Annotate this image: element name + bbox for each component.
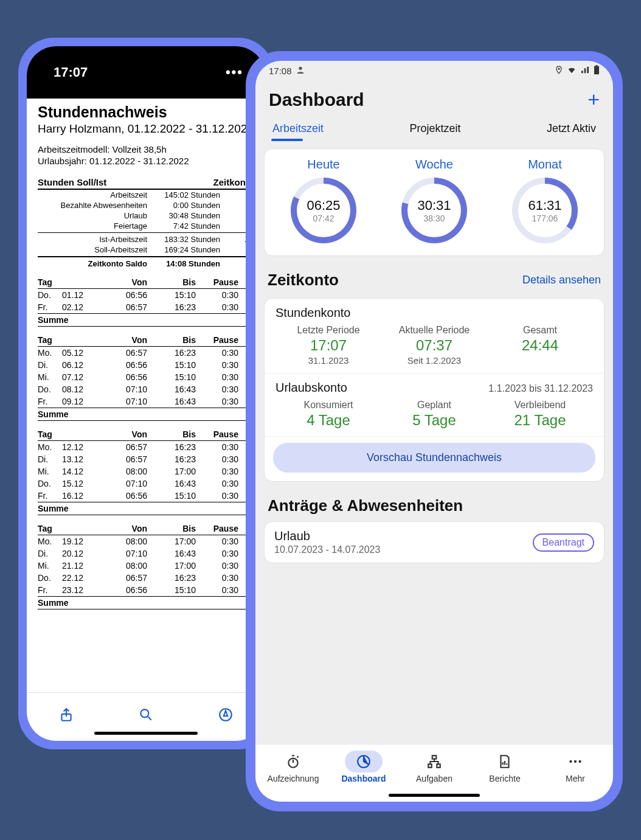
phone-ios: 17:07 ••• Stundennachweis Harry Holzmann… (18, 38, 274, 749)
summary-row: Feiertage7:42 Stunden (38, 221, 254, 231)
urlaubskonto-section: Urlaubskonto 1.1.2023 bis 31.12.2023 Kon… (265, 373, 604, 437)
report-subtitle: Harry Holzmann, 01.12.2022 - 31.12.2022 (38, 122, 254, 136)
week-header: TagVonBisPause (38, 276, 254, 289)
details-link[interactable]: Details ansehen (522, 274, 601, 286)
summary-soll: Soll-Arbeitszeit 169:24 Stunden (38, 245, 254, 255)
time-row: Do.15.1207:1016:430:30 (38, 477, 254, 490)
summary-row: Urlaub30:48 Stunden (38, 210, 254, 221)
svg-rect-11 (437, 764, 440, 767)
app-header: Dashboard + (255, 80, 613, 116)
nav-mehr[interactable]: Mehr (540, 751, 611, 783)
nav-aufgaben[interactable]: Aufgaben (399, 751, 469, 783)
svg-point-12 (569, 760, 572, 763)
gauge-heute[interactable]: Heute06:2507:42 (291, 158, 356, 243)
top-tabs: Arbeitszeit Projektzeit Jetzt Aktiv (255, 116, 613, 142)
battery-icon (594, 65, 600, 77)
page-title: Dashboard (269, 89, 364, 110)
preview-button[interactable]: Vorschau Stundennachweis (273, 443, 595, 473)
ios-ellipsis-icon: ••• (226, 64, 243, 80)
request-item[interactable]: Urlaub 10.07.2023 - 14.07.2023 Beantragt (264, 521, 605, 563)
search-icon[interactable] (138, 707, 154, 727)
request-status-badge: Beantragt (533, 533, 594, 552)
week-header: TagVonBisPause (38, 334, 254, 347)
section-soll-ist: Stunden Soll/Ist (38, 177, 106, 187)
requests-header: Anträge & Abwesenheiten (255, 488, 613, 518)
week-sum: Summe (38, 502, 254, 515)
report-section-header: Stunden Soll/Ist Zeitkonto (38, 177, 254, 190)
urlaub-col: Konsumiert4 Tage (275, 400, 381, 429)
tab-arbeitszeit[interactable]: Arbeitszeit (271, 116, 325, 142)
stunden-col: Letzte Periode17:0731.1.2023 (275, 325, 381, 366)
phone-ios-screen: 17:07 ••• Stundennachweis Harry Holzmann… (27, 46, 265, 741)
ios-status-bar: 17:07 ••• (27, 46, 265, 99)
phone-android: 17:08 Dashboard + Arbeitszeit Projektzei… (246, 51, 623, 811)
time-row: Fr.23.1206:5615:100:30 (38, 584, 254, 596)
urlaub-col: Verbleibend21 Tage (487, 400, 593, 429)
markup-icon[interactable] (218, 707, 234, 727)
zeitkonto-title: Zeitkonto (268, 271, 339, 290)
tab-projektzeit[interactable]: Projektzeit (408, 116, 462, 142)
tab-jetzt-aktiv[interactable]: Jetzt Aktiv (546, 116, 597, 142)
time-row: Mi.14.1208:0017:000:30 (38, 465, 254, 477)
phone-android-screen: 17:08 Dashboard + Arbeitszeit Projektzei… (255, 61, 613, 802)
urlaubskonto-title: Urlaubskonto (275, 381, 347, 395)
urlaub-col: Geplant5 Tage (381, 400, 487, 429)
urlaubskonto-period: 1.1.2023 bis 31.12.2023 (488, 383, 593, 394)
time-row: Mo.12.1206:5716:230:30 (38, 441, 254, 453)
wifi-icon (567, 65, 577, 77)
week-header: TagVonBisPause (38, 428, 254, 441)
summary-saldo: Zeitkonto Saldo 14:08 Stunden (38, 259, 254, 269)
time-row: Mi.21.1208:0017:000:30 (38, 560, 254, 572)
time-row: Do.08.1207:1016:430:30 (38, 383, 254, 395)
svg-point-1 (140, 709, 148, 717)
stunden-col: Aktuelle Periode07:37Seit 1.2.2023 (381, 325, 487, 366)
pie-chart-icon (345, 751, 383, 772)
share-icon[interactable] (58, 707, 74, 727)
time-row: Fr.09.1207:1016:430:30 (38, 395, 254, 408)
more-icon (540, 751, 611, 772)
summary-row: Bezahlte Abwesenheiten0:00 Stunden (38, 200, 254, 210)
time-row: Fr.16.1206:5615:100:30 (38, 490, 254, 502)
stopwatch-icon (258, 751, 328, 772)
svg-point-3 (299, 66, 302, 69)
time-gauges-card: Heute06:2507:42Woche30:3138:30Monat61:31… (264, 148, 605, 256)
request-dates: 10.07.2023 - 14.07.2023 (274, 544, 380, 555)
android-home-indicator (389, 794, 480, 797)
nav-dashboard[interactable]: Dashboard (328, 751, 399, 783)
svg-rect-9 (432, 755, 437, 758)
time-row: Di.06.1206:5615:100:30 (38, 359, 254, 371)
summary-row: Arbeitszeit145:02 Stunden (38, 190, 254, 200)
svg-rect-5 (594, 66, 599, 74)
week-header: TagVonBisPause (38, 522, 254, 535)
stundenkonto-title: Stundenkonto (275, 306, 593, 320)
android-status-bar: 17:08 (255, 61, 613, 80)
add-button[interactable]: + (587, 88, 600, 111)
time-row: Fr.02.1206:5716:230:30 (38, 301, 254, 313)
gauge-woche[interactable]: Woche30:3138:30 (401, 158, 467, 243)
svg-rect-6 (595, 65, 597, 66)
person-icon (296, 65, 305, 77)
time-row: Mo.19.1208:0017:000:30 (38, 535, 254, 547)
nav-aufzeichnung[interactable]: Aufzeichnung (258, 751, 328, 783)
week-sum: Summe (38, 408, 254, 421)
time-row: Di.20.1207:1016:430:30 (38, 547, 254, 560)
summary-ist: Ist-Arbeitszeit 183:32 Stunden Ze (38, 234, 254, 245)
gauge-monat[interactable]: Monat61:31177:06 (512, 158, 578, 243)
svg-point-13 (574, 760, 577, 763)
time-row: Mi.07.1206:5615:100:30 (38, 371, 254, 383)
report-icon (469, 751, 540, 772)
ios-toolbar (27, 692, 265, 741)
ios-clock: 17:07 (54, 64, 88, 80)
zeitkonto-card: Stundenkonto Letzte Periode17:0731.1.202… (264, 298, 605, 482)
time-row: Do.22.1206:5716:230:30 (38, 572, 254, 584)
stundenkonto-section: Stundenkonto Letzte Periode17:0731.1.202… (265, 299, 604, 373)
nav-berichte[interactable]: Berichte (469, 751, 540, 783)
time-row: Do.01.1206:5615:100:30 (38, 289, 254, 301)
signal-icon (580, 65, 590, 77)
android-clock: 17:08 (269, 66, 292, 76)
report-title: Stundennachweis (38, 103, 254, 121)
svg-point-4 (558, 68, 560, 69)
ios-home-indicator (94, 732, 198, 735)
week-sum: Summe (38, 313, 254, 327)
time-row: Di.13.1206:5716:230:30 (38, 453, 254, 465)
